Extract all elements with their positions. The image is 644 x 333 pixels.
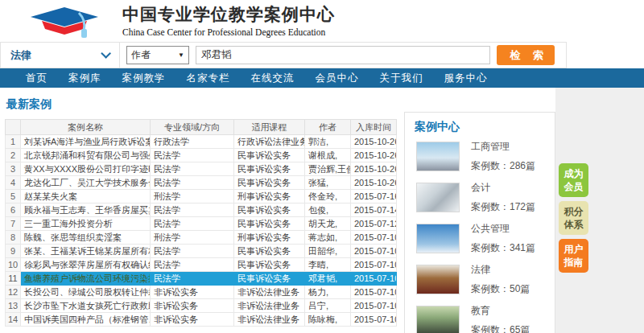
case-course: 刑事诉讼实务 <box>234 190 305 204</box>
case-row[interactable]: 4 龙达化工厂、吴江大学技术服务合同纠 民法学 民事诉讼实务 张猛, 2015-… <box>6 176 397 190</box>
row-index: 11 <box>6 272 21 286</box>
right-gutter: 成为会员 积分体系 用户指南 <box>555 88 644 333</box>
become-member-button[interactable]: 成为会员 <box>559 163 588 197</box>
case-name-link[interactable]: 赵某某失火案 <box>21 190 151 204</box>
case-row[interactable]: 12 长投公司、绿城公司股权转让仲裁案（ 非诉讼实务 非诉讼法律业务 杨力, 2… <box>6 286 397 299</box>
case-author: 吕宁, <box>305 299 351 313</box>
case-course: 民事诉讼实务 <box>234 204 305 217</box>
nav-item-case-library[interactable]: 案例库 <box>68 72 101 85</box>
row-index: 2 <box>6 149 21 162</box>
case-row[interactable]: 14 中国诉美国四种产品（标准钢管、矩形 非诉讼实务 非诉讼法律业务 陈咏梅, … <box>6 313 397 327</box>
case-course: 民事诉讼实务 <box>234 258 305 272</box>
case-row[interactable]: 10 徐彩凤与张翠萍房屋所有权确认纠纷案 民法学 民事诉讼实务 李晴, 2015… <box>6 258 397 272</box>
graduation-cap-logo-icon <box>24 5 109 43</box>
latest-cases-title: 最新案例 <box>6 97 397 112</box>
case-course: 民事诉讼实务 <box>234 176 305 190</box>
case-field: 非诉讼实务 <box>151 313 234 327</box>
case-author: 邓君韬, <box>305 272 351 286</box>
category-name: 会计 <box>471 181 535 195</box>
business-thumbnail <box>416 142 460 171</box>
case-name-link[interactable]: 鱼塘养殖户诉物流公司环境污染损害案 <box>21 272 151 286</box>
case-field: 民法学 <box>151 204 234 217</box>
search-input[interactable] <box>196 46 490 64</box>
row-index: 9 <box>6 245 21 258</box>
case-course: 非诉讼法律业务 <box>234 286 305 299</box>
case-name-link[interactable]: 三一重工海外投资分析 <box>21 217 151 231</box>
case-name-link[interactable]: 刘某诉A海洋与渔业局行政诉讼案 <box>21 135 151 149</box>
case-row[interactable]: 3 黄XX与XXXX股份公司打印字迹时间... 民法学 民事诉讼实务 贾治辉,王… <box>6 162 397 176</box>
category-item-law[interactable]: 法律 案例数：50篇 <box>405 259 555 300</box>
case-date: 2015-07-10 <box>351 231 397 245</box>
user-guide-button[interactable]: 用户指南 <box>559 239 588 273</box>
case-field: 刑法学 <box>151 190 234 204</box>
case-name-link[interactable]: 长沙市坠下水道女孩死亡行政救助案例 <box>21 299 151 313</box>
case-name-link[interactable]: 陈魏、张思等组织卖淫案 <box>21 231 151 245</box>
case-field: 非诉讼实务 <box>151 299 234 313</box>
case-field: 民法学 <box>151 162 234 176</box>
points-system-button[interactable]: 积分体系 <box>559 201 588 235</box>
table-header-row: 案例名称 专业领域/方向 适用课程 作者 入库时间 <box>6 120 397 135</box>
case-date: 2015-10-26 <box>351 176 397 190</box>
case-row[interactable]: 1 刘某诉A海洋与渔业局行政诉讼案 行政法学 行政诉讼法律业务 郭洁, 2015… <box>6 135 397 149</box>
case-course: 刑事诉讼实务 <box>234 231 305 245</box>
case-name-link[interactable]: 徐彩凤与张翠萍房屋所有权确认纠纷案 <box>21 258 151 272</box>
col-header-course: 适用课程 <box>234 120 305 135</box>
case-row[interactable]: 6 顾永福与王志寿、王华香房屋买卖合同 民法学 民事诉讼实务 包俊, 2015-… <box>6 204 397 217</box>
nav-item-case-teaching[interactable]: 案例教学 <box>122 72 166 85</box>
category-item-public-admin[interactable]: 公共管理 案例数：341篇 <box>405 218 555 259</box>
case-author: 包俊, <box>305 204 351 217</box>
case-row[interactable]: 13 长沙市坠下水道女孩死亡行政救助案例 非诉讼实务 非诉讼法律业务 吕宁, 2… <box>6 299 397 313</box>
category-dropdown[interactable]: 法律 <box>1 43 120 68</box>
category-item-business[interactable]: 工商管理 案例数：286篇 <box>405 136 555 177</box>
case-name-link[interactable]: 龙达化工厂、吴江大学技术服务合同纠 <box>21 176 151 190</box>
case-name-link[interactable]: 黄XX与XXXX股份公司打印字迹时间... <box>21 162 151 176</box>
case-author: 杨力, <box>305 286 351 299</box>
case-row[interactable]: 7 三一重工海外投资分析 民法学 民事诉讼实务 胡天龙, 2015-07-12 <box>6 217 397 231</box>
case-row[interactable]: 8 陈魏、张思等组织卖淫案 刑法学 刑事诉讼实务 蒋志如, 2015-07-10 <box>6 231 397 245</box>
nav-item-about-us[interactable]: 关于我们 <box>380 72 423 85</box>
row-index: 7 <box>6 217 21 231</box>
col-header-field: 专业领域/方向 <box>151 120 234 135</box>
case-name-link[interactable]: 张某、王福某诉王锦某房屋所有权确认 <box>21 245 151 258</box>
case-name-link[interactable]: 北京锐邦涌和科贸有限公司与强生（上 <box>21 149 151 162</box>
category-item-education[interactable]: 教育 案例数：65篇 <box>405 300 555 333</box>
nav-item-online-exchange[interactable]: 在线交流 <box>251 72 295 85</box>
site-title: 中国专业学位教学案例中心 <box>122 3 335 26</box>
row-index: 6 <box>6 204 21 217</box>
search-field-select[interactable]: 作者 ▼ <box>126 46 189 64</box>
case-course: 非诉讼法律业务 <box>234 299 305 313</box>
case-course: 民事诉讼实务 <box>234 217 305 231</box>
category-name: 工商管理 <box>471 140 535 154</box>
nav-item-service-center[interactable]: 服务中心 <box>444 72 488 85</box>
case-date: 2015-07-10 <box>351 299 397 313</box>
nav-item-home[interactable]: 首页 <box>26 72 47 85</box>
search-button[interactable]: 检 索 <box>497 45 555 65</box>
case-row[interactable]: 2 北京锐邦涌和科贸有限公司与强生（上 民法学 民事诉讼实务 谢根成, 2015… <box>6 149 397 162</box>
row-index: 1 <box>6 135 21 149</box>
case-author: 贾治辉,王俊 <box>305 162 351 176</box>
case-row[interactable]: 5 赵某某失火案 刑法学 刑事诉讼实务 佟金玲, 2015-07-16 <box>6 190 397 204</box>
case-name-link[interactable]: 长投公司、绿城公司股权转让仲裁案（ <box>21 286 151 299</box>
case-row[interactable]: 9 张某、王福某诉王锦某房屋所有权确认 民法学 民事诉讼实务 田韶华, 2015… <box>6 245 397 258</box>
case-author: 蒋志如, <box>305 231 351 245</box>
case-course: 民事诉讼实务 <box>234 162 305 176</box>
case-date: 2015-10-26 <box>351 162 397 176</box>
case-name-link[interactable]: 顾永福与王志寿、王华香房屋买卖合同 <box>21 204 151 217</box>
row-index: 14 <box>6 313 21 327</box>
case-author: 胡天龙, <box>305 217 351 231</box>
case-center-title: 案例中心 <box>405 113 555 136</box>
col-header-case-name: 案例名称 <box>21 120 151 135</box>
site-subtitle: China Case Center for Professional Degre… <box>122 27 335 37</box>
main-nav: 首页 案例库 案例教学 名家专栏 在线交流 会员中心 关于我们 服务中心 <box>0 68 644 88</box>
case-name-link[interactable]: 中国诉美国四种产品（标准钢管、矩形 <box>21 313 151 327</box>
case-field: 民法学 <box>151 217 234 231</box>
nav-item-expert-columns[interactable]: 名家专栏 <box>187 72 230 85</box>
case-field: 民法学 <box>151 258 234 272</box>
site-header: 中国专业学位教学案例中心 China Case Center for Profe… <box>0 0 644 42</box>
case-row-selected[interactable]: 11 鱼塘养殖户诉物流公司环境污染损害案 民法学 民事诉讼实务 邓君韬, 201… <box>6 272 397 286</box>
nav-item-member-center[interactable]: 会员中心 <box>316 72 359 85</box>
education-thumbnail <box>416 306 460 333</box>
row-index: 8 <box>6 231 21 245</box>
category-item-accounting[interactable]: 会计 案例数：172篇 <box>405 177 555 218</box>
case-course: 非诉讼法律业务 <box>234 313 305 327</box>
